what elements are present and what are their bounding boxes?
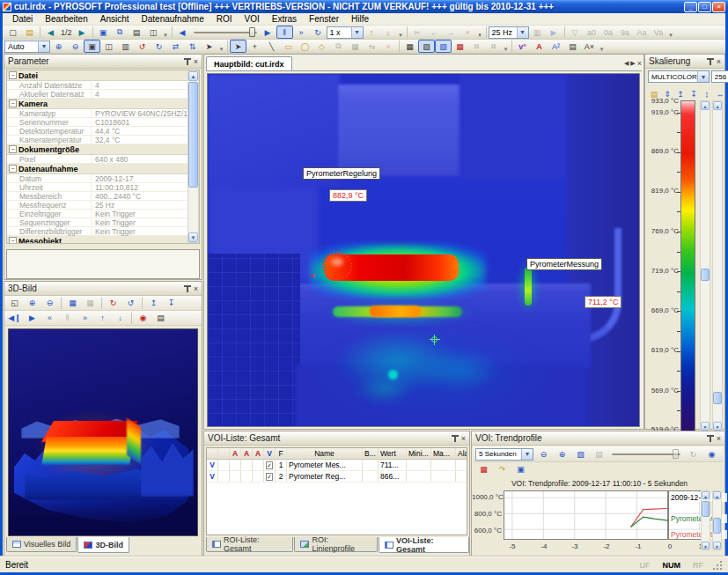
interval-combo[interactable]: 5 Sekunden▼ <box>475 448 533 461</box>
print-chart-button[interactable]: ▤ <box>591 447 607 461</box>
scroll-up-icon[interactable]: ▲ <box>702 491 710 499</box>
scale-max-slider[interactable]: ▲ ▼ <box>700 100 710 431</box>
print-button[interactable]: ▤ <box>129 26 145 39</box>
open-document-button[interactable]: ▤ <box>21 26 38 39</box>
label-color-button[interactable]: A <box>531 40 548 53</box>
chevron-down-icon[interactable]: ▼ <box>38 41 49 52</box>
roi-ungroup-button[interactable]: ⧇ <box>485 40 502 53</box>
toolbar-overflow-icon[interactable]: ▾ <box>476 26 484 39</box>
slider-thumb[interactable] <box>713 392 722 404</box>
chevron-down-icon[interactable]: ▼ <box>521 449 533 460</box>
voi-row[interactable]: V ✓ 2 Pyrometer Reg... 866... <box>207 471 467 483</box>
flip-horizontal-button[interactable]: ⇄ <box>167 40 184 53</box>
header-alar[interactable]: Alar... <box>456 448 467 459</box>
repeat-button[interactable]: ↻ <box>310 26 327 39</box>
roi-select-button[interactable]: ➤ <box>230 40 246 53</box>
rewind-3d-button[interactable]: « <box>41 312 58 325</box>
menu-ansicht[interactable]: Ansicht <box>94 14 136 24</box>
roi-line-button[interactable]: ╲ <box>263 40 280 53</box>
roi-copy-button[interactable]: ⧉ <box>330 40 347 53</box>
roi-circle[interactable] <box>322 252 352 280</box>
rotate-right-button[interactable]: ↻ <box>151 40 167 53</box>
frequency-combo[interactable]: 25 Hz▼ <box>489 26 529 39</box>
menu-datenaufnahme[interactable]: Datenaufnahme <box>136 14 210 24</box>
param-row[interactable]: Detektortemperatur44,4 °C <box>7 127 199 136</box>
label-size-button[interactable]: A² <box>548 40 564 53</box>
toolbar-overflow-icon[interactable]: ▾ <box>598 40 606 53</box>
copy-button[interactable]: ⧉ <box>112 26 129 39</box>
scale-shrink-button[interactable]: ↔ <box>714 87 726 100</box>
rotate-cw-button[interactable]: ↻ <box>105 297 121 310</box>
levels-combo[interactable]: 256▼ <box>711 70 728 83</box>
param-row[interactable]: Messfrequenz25 Hz <box>7 201 199 210</box>
header-mini[interactable]: Mini... <box>407 448 431 459</box>
param-section[interactable]: −Datenaufnahme <box>7 164 199 174</box>
grid-off-button[interactable]: ▦ <box>82 297 99 310</box>
tab-close-icon[interactable]: × <box>637 59 642 68</box>
zoom-out-button[interactable]: ⊖ <box>67 40 84 53</box>
menu-voi[interactable]: VOI <box>238 14 265 24</box>
toolbar-overflow-icon[interactable]: ▾ <box>502 40 510 53</box>
next-dataset-button[interactable]: ▶ <box>74 26 91 39</box>
alarm-ack-button[interactable]: 9a <box>617 26 634 39</box>
roi-point-button[interactable]: + <box>246 40 263 53</box>
tab-roi-linienprofile[interactable]: ROI: Linienprofile <box>294 537 378 552</box>
value-pyrometer-messung[interactable]: 711,2 °C <box>585 296 621 308</box>
play-3d-button[interactable]: ▶ <box>24 312 40 325</box>
param-row[interactable]: Uhrzeit11:00:10,812 <box>7 183 199 192</box>
label-image-button[interactable]: ▤ <box>564 40 581 53</box>
voi-row[interactable]: V ✓ 1 Pyrometer Mes... 711... <box>207 460 467 471</box>
collapse-icon[interactable]: − <box>9 71 17 79</box>
zoom-out-3d-button[interactable]: ⊖ <box>41 297 58 310</box>
palette-combo[interactable]: MULTICOLOR▼ <box>648 70 710 83</box>
menu-extras[interactable]: Extras <box>266 14 303 24</box>
scroll-down-icon[interactable]: ▼ <box>701 422 710 431</box>
speed-up-button[interactable]: ↑ <box>364 26 380 39</box>
label-pyrometer-regelung[interactable]: PyrometerRegelung <box>303 167 380 180</box>
toolbar-overflow-icon[interactable]: ▾ <box>217 40 225 53</box>
label-delete-button[interactable]: A× <box>581 40 598 53</box>
alarm-off-button[interactable]: 0a <box>600 26 617 39</box>
roi-delete-button[interactable]: × <box>380 40 397 53</box>
parameter-scrollbar[interactable]: ▲ ▼ <box>188 70 199 243</box>
param-row[interactable]: Kameratemperatur32,4 °C <box>7 136 199 144</box>
close-icon[interactable]: × <box>717 58 721 65</box>
voi-column-icon[interactable]: V <box>264 448 276 459</box>
thermal-image[interactable]: ◂ PyrometerRege <box>207 73 640 427</box>
curve-settings-button[interactable]: ↷ <box>494 463 511 476</box>
first-frame-button[interactable]: ◀❙ <box>6 312 23 325</box>
scrollbar-thumb[interactable] <box>702 501 710 517</box>
label-pyrometer-messung[interactable]: PyrometerMessung <box>526 258 602 270</box>
zoom-in-3d-button[interactable]: ⊕ <box>24 297 40 310</box>
roi-show-all-button[interactable]: ▨ <box>418 40 435 53</box>
toolbar-overflow-icon[interactable]: ▾ <box>667 26 675 39</box>
zoom-time-in-button[interactable]: ⊕ <box>554 447 570 461</box>
trigger-button[interactable]: ▽ <box>567 26 584 39</box>
toolbar-overflow-icon[interactable]: ▾ <box>397 26 405 39</box>
toolbar-overflow-icon[interactable]: ▾ <box>162 26 170 39</box>
scale-min-slider[interactable]: ▲ ▼ <box>712 100 723 431</box>
roi-alarm-button[interactable]: ▦ <box>452 40 468 53</box>
scroll-down-icon[interactable]: ▼ <box>713 422 722 431</box>
raise-surface-button[interactable]: ↥ <box>145 297 162 310</box>
slider-thumb[interactable] <box>249 27 255 37</box>
zoom-combo[interactable]: Auto▼ <box>4 41 50 53</box>
maximize-button[interactable]: □ <box>698 2 711 12</box>
tab-scroll-left-icon[interactable]: ◀ <box>624 60 629 67</box>
trend-scrollbar-1[interactable]: ▲ ▼ <box>701 490 710 550</box>
pause-3d-button[interactable]: ‖ <box>59 312 76 325</box>
previous-dataset-button[interactable]: ◀ <box>42 26 59 39</box>
alarm-column-icon[interactable]: A <box>230 448 241 459</box>
print-preview-button[interactable]: ◫ <box>145 26 162 39</box>
param-section[interactable]: −Datei <box>7 70 199 81</box>
scale-min-button[interactable]: ↧ <box>688 87 700 100</box>
rotate-left-button[interactable]: ↺ <box>134 40 151 53</box>
import-data-button[interactable]: ⇥ <box>722 447 728 461</box>
snapshot-button[interactable]: ▤ <box>152 312 169 325</box>
roi-paste-button[interactable]: ▦ <box>347 40 364 53</box>
scrollbar-thumb[interactable] <box>713 518 721 534</box>
close-icon[interactable]: × <box>194 58 198 65</box>
scroll-up-icon[interactable]: ▲ <box>188 71 198 81</box>
tab-roi-liste[interactable]: ROI-Liste: Gesamt <box>206 537 293 552</box>
rotate-ccw-button[interactable]: ↺ <box>122 297 139 310</box>
